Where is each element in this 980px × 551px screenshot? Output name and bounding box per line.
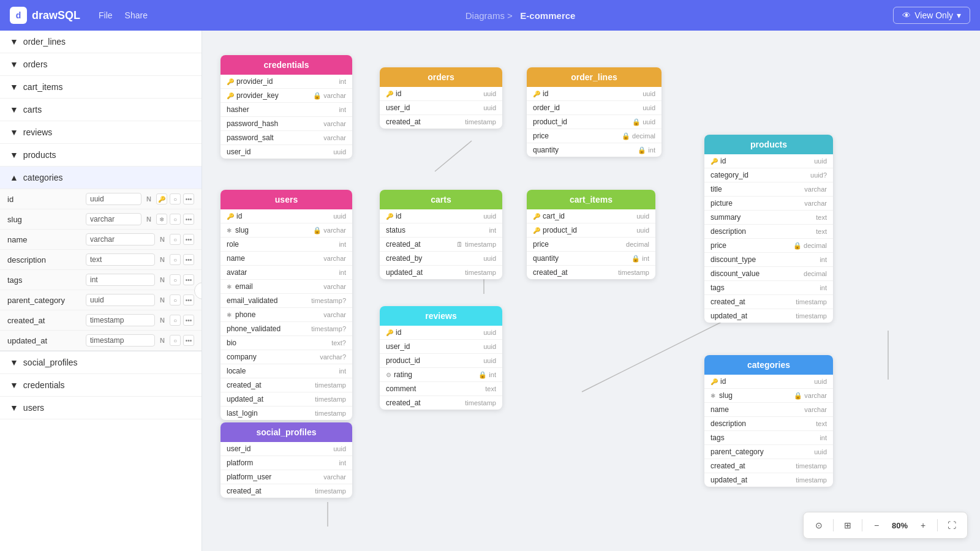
field-orders-id: 🔑 id uuid [380,87,502,101]
field-orders-user-id: user_id uuid [380,101,502,115]
field-users-locale: locale int [221,364,352,378]
svg-line-2 [435,141,472,171]
field-credentials-hasher: hasher int [221,103,352,117]
table-reviews[interactable]: reviews 🔑 id uuid user_id uuid product_i… [380,306,502,410]
field-users-email-validated: email_validated timestamp? [221,294,352,308]
zoom-level: 80% [888,521,911,530]
table-categories[interactable]: categories 🔑 id uuid ✱ slug 🔒 varchar na… [704,355,833,487]
dots-icon-button[interactable]: ••• [183,254,194,265]
circle-icon-button[interactable]: ○ [170,294,181,305]
table-order-lines[interactable]: order_lines 🔑 id uuid order_id uuid prod… [527,67,662,157]
asterisk-icon: ✱ [710,392,715,399]
sidebar-item-credentials[interactable]: ▼ credentials [0,374,202,397]
field-orders-created-at: created_at timestamp [380,115,502,129]
sidebar-item-social-profiles[interactable]: ▼ social_profiles [0,351,202,374]
key-icon-button[interactable]: 🔑 [156,193,167,204]
field-icons-description: ○ ••• [170,254,194,265]
field-social-created-at: created_at timestamp [221,484,352,498]
asterisk-icon: ✱ [227,283,232,290]
table-header-order-lines: order_lines [527,67,662,87]
circle-icon-button[interactable]: ○ [170,214,181,225]
dots-icon-button[interactable]: ••• [183,315,194,326]
key-icon: 🔑 [227,92,234,99]
dots-icon-button[interactable]: ••• [183,294,194,305]
fullscreen-button[interactable]: ⛶ [943,516,961,534]
field-products-title: title varchar [704,182,833,197]
field-reviews-product-id: product_id uuid [380,354,502,368]
table-users[interactable]: users 🔑 id uuid ✱ slug 🔒 varchar role in… [221,190,352,420]
table-header-products: products [704,135,833,154]
field-nullable-slug: N [146,216,151,223]
field-carts-created-at: created_at 🗓 timestamp [380,238,502,252]
field-carts-created-by: created_by uuid [380,252,502,266]
sidebar-label: social_profiles [23,358,78,367]
field-type-name: varchar [86,233,155,246]
sidebar-item-carts[interactable]: ▼ carts [0,99,202,121]
dots-icon-button[interactable]: ••• [183,214,194,225]
sidebar-label: categories [23,173,63,182]
field-name-id: id [7,195,81,204]
main-layout: ‹ ▼ order_lines ▼ orders ▼ cart_items ▼ … [0,31,980,551]
table-header-reviews: reviews [380,306,502,326]
dots-icon-button[interactable]: ••• [183,335,194,346]
circle-icon-button[interactable]: ○ [170,335,181,346]
sidebar-label: products [23,150,56,160]
nav-file[interactable]: File [99,10,113,20]
chevron-icon: ▼ [10,150,18,160]
sidebar-item-orders[interactable]: ▼ orders [0,53,202,76]
view-only-button[interactable]: 👁 View Only ▾ [893,7,970,24]
dots-icon-button[interactable]: ••• [183,274,194,285]
snowflake-icon-button[interactable]: ❄ [156,214,167,225]
zoom-out-button[interactable]: − [867,516,886,534]
nav-share[interactable]: Share [125,10,148,20]
field-name-slug: slug [7,215,81,224]
asterisk-icon: ✱ [227,312,232,318]
field-credentials-password-hash: password_hash varchar [221,117,352,131]
table-header-cart-items: cart_items [527,190,655,209]
field-users-avatar: avatar int [221,266,352,280]
table-header-carts: carts [380,190,502,209]
dots-icon-button[interactable]: ••• [183,234,194,245]
sidebar-item-cart-items[interactable]: ▼ cart_items [0,76,202,99]
sidebar-item-order-lines[interactable]: ▼ order_lines [0,31,202,53]
field-products-picture: picture varchar [704,197,833,211]
layout-button[interactable]: ⊞ [839,516,857,534]
table-social-profiles[interactable]: social_profiles user_id uuid platform in… [221,422,352,498]
key-icon: 🔑 [386,329,393,336]
chevron-icon: ▼ [10,37,18,47]
field-users-company: company varchar? [221,350,352,364]
field-name-description: description [7,255,81,264]
sidebar-item-users[interactable]: ▼ users [0,397,202,419]
field-name-created-at: created_at [7,316,81,325]
reset-view-button[interactable]: ⊙ [810,516,828,534]
zoom-in-button[interactable]: + [914,516,932,534]
field-row-slug: slug varchar N ❄ ○ ••• [0,209,202,230]
field-users-email: ✱ email varchar [221,280,352,294]
table-products[interactable]: products 🔑 id uuid category_id uuid? tit… [704,135,833,323]
sidebar-item-reviews[interactable]: ▼ reviews [0,121,202,144]
field-products-summary: summary text [704,211,833,225]
table-orders[interactable]: orders 🔑 id uuid user_id uuid created_at… [380,67,502,129]
field-carts-status: status int [380,223,502,238]
table-carts[interactable]: carts 🔑 id uuid status int created_at 🗓 … [380,190,502,279]
table-cart-items[interactable]: cart_items 🔑 cart_id uuid 🔑 product_id u… [527,190,655,279]
divider [862,519,862,531]
circle-icon-button[interactable]: ○ [170,254,181,265]
sidebar-item-categories[interactable]: ▲ categories [0,167,202,189]
circle-icon-button[interactable]: ○ [170,274,181,285]
circle-icon-button[interactable]: ○ [170,234,181,245]
sidebar-item-products[interactable]: ▼ products [0,144,202,167]
table-credentials[interactable]: credentials 🔑 provider_id int 🔑 provider… [221,55,352,159]
field-order-lines-order-id: order_id uuid [527,101,662,115]
dots-icon-button[interactable]: ••• [183,193,194,204]
key-icon: 🔑 [533,213,540,220]
circle-icon-button[interactable]: ○ [170,193,181,204]
breadcrumb-title: E-commerce [520,10,575,21]
diagram-canvas[interactable]: credentials 🔑 provider_id int 🔑 provider… [202,31,980,551]
sidebar-label: cart_items [23,82,63,92]
circle-icon-button[interactable]: ○ [170,315,181,326]
header: d drawSQL File Share Diagrams > E-commer… [0,0,980,31]
sidebar: ‹ ▼ order_lines ▼ orders ▼ cart_items ▼ … [0,31,202,551]
field-products-updated-at: updated_at timestamp [704,309,833,323]
field-type-updated-at: timestamp [86,334,155,347]
